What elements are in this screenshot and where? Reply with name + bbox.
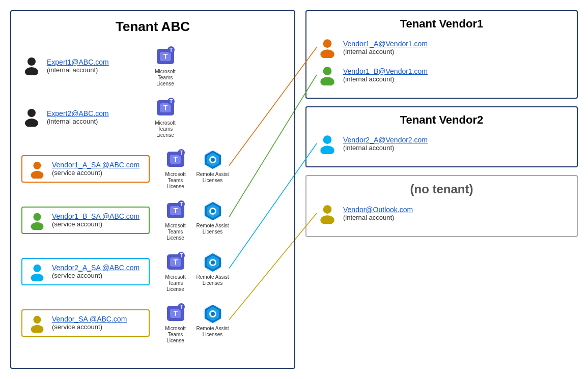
vendor2a-row: Vendor2_A@Vendor2.com (internal account) xyxy=(317,133,567,154)
vendor1b-sa-info: Vendor1_B_SA @ABC.com (service account) xyxy=(52,212,144,228)
svg-point-1 xyxy=(25,67,38,75)
svg-point-55 xyxy=(320,49,334,58)
vendor-sa-type: (service account) xyxy=(52,323,144,331)
expert2-teams-license: T T Microsoft Teams License xyxy=(149,96,182,138)
vendor1a-info: Vendor1_A@Vendor1.com (internal account) xyxy=(343,40,428,55)
svg-point-58 xyxy=(323,135,332,144)
vendor2a-remote-license: Remote Assist Licenses xyxy=(196,250,229,286)
expert1-licenses: T T Microsoft Teams License xyxy=(149,45,182,87)
expert2-info: Expert2@ABC.com (internal account) xyxy=(47,109,138,125)
svg-point-14 xyxy=(33,161,41,169)
vendor1a-remote-license: Remote Assist Licenses xyxy=(196,148,229,184)
expert1-email[interactable]: Expert1@ABC.com xyxy=(47,58,138,66)
expert1-info: Expert1@ABC.com (internal account) xyxy=(47,58,138,74)
vendor1b-icon xyxy=(317,64,338,85)
tenant-vendor1-title: Tenant Vendor1 xyxy=(317,17,567,31)
teams-license-label: Microsoft Teams License xyxy=(149,69,182,87)
vendor1a-row: Vendor1_A@Vendor1.com (internal account) xyxy=(317,37,567,58)
expert2-row: Expert2@ABC.com (internal account) T T M… xyxy=(21,96,284,138)
expert2-licenses: T T Microsoft Teams License xyxy=(149,96,182,138)
svg-text:T: T xyxy=(163,104,167,112)
svg-point-60 xyxy=(323,205,332,214)
svg-point-59 xyxy=(320,145,334,154)
svg-point-45 xyxy=(31,325,44,332)
vendor1b-sa-row: Vendor1_B_SA @ABC.com (service account) … xyxy=(21,199,284,241)
vendor2a-sa-box: Vendor2_A_SA @ABC.com (service account) xyxy=(21,258,150,285)
svg-text:T: T xyxy=(163,52,167,61)
no-tenant-panel: (no tenant) Vendor@Outlook.com (internal… xyxy=(305,175,578,237)
vendor2a-sa-type: (service account) xyxy=(52,272,144,279)
svg-text:T: T xyxy=(173,258,178,266)
svg-point-23 xyxy=(211,158,215,162)
svg-text:T: T xyxy=(173,155,178,163)
vendor1b-sa-box: Vendor1_B_SA @ABC.com (service account) xyxy=(21,207,150,234)
tenant-abc-title: Tenant ABC xyxy=(21,19,284,35)
vendor-outlook-email[interactable]: Vendor@Outlook.com xyxy=(343,206,413,214)
svg-text:T: T xyxy=(179,253,182,258)
vendor1a-sa-licenses: T T Microsoft Teams License xyxy=(159,148,229,190)
expert2-type: (internal account) xyxy=(47,118,138,125)
vendor-sa-row: Vendor_SA @ABC.com (service account) T T… xyxy=(21,302,284,344)
vendor2a-sa-licenses: T T Microsoft Teams License Remote Assi xyxy=(159,250,229,293)
vendor1b-sa-licenses: T T Microsoft Teams License Remote Assi xyxy=(159,199,229,241)
svg-text:T: T xyxy=(169,99,172,104)
svg-text:T: T xyxy=(173,309,178,317)
vendor2a-icon xyxy=(317,133,338,154)
vendor1a-sa-row: Vendor1_A_SA @ABC.com (service account) … xyxy=(21,148,284,190)
svg-text:T: T xyxy=(179,304,182,310)
vendor1b-sa-email[interactable]: Vendor1_B_SA @ABC.com xyxy=(52,212,144,220)
expert1-teams-license: T T Microsoft Teams License xyxy=(149,45,182,87)
svg-point-35 xyxy=(31,273,44,281)
expert1-icon xyxy=(21,55,42,77)
vendor1b-teams-license: T T Microsoft Teams License xyxy=(159,199,192,241)
vendor-sa-email[interactable]: Vendor_SA @ABC.com xyxy=(52,315,144,323)
svg-point-33 xyxy=(211,209,215,213)
svg-text:T: T xyxy=(179,150,182,156)
vendor2a-sa-row: Vendor2_A_SA @ABC.com (service account) … xyxy=(21,250,284,293)
svg-point-15 xyxy=(31,170,44,178)
tenant-abc-panel: Tenant ABC Expert1@ABC.com (internal acc… xyxy=(10,10,295,369)
vendor-sa-box: Vendor_SA @ABC.com (service account) xyxy=(21,309,150,337)
svg-point-56 xyxy=(323,67,332,75)
vendor1a-sa-email[interactable]: Vendor1_A_SA @ABC.com xyxy=(52,161,144,169)
vendor1a-icon xyxy=(317,37,338,58)
svg-point-53 xyxy=(211,312,215,316)
svg-point-7 xyxy=(27,109,36,117)
vendor2a-sa-email[interactable]: Vendor2_A_SA @ABC.com xyxy=(52,264,144,272)
expert1-row: Expert1@ABC.com (internal account) T T M… xyxy=(21,45,284,87)
vendor-sa-licenses: T T Microsoft Teams License Remote Assi xyxy=(159,302,229,344)
vendor2a-info: Vendor2_A@Vendor2.com (internal account) xyxy=(343,136,428,152)
svg-point-44 xyxy=(33,315,41,323)
expert2-email[interactable]: Expert2@ABC.com xyxy=(47,109,138,118)
svg-point-43 xyxy=(211,260,215,265)
vendor1a-sa-type: (service account) xyxy=(52,169,144,177)
vendor1b-info: Vendor1_B@Vendor1.com (internal account) xyxy=(343,67,428,83)
vendor2a-sa-info: Vendor2_A_SA @ABC.com (service account) xyxy=(52,264,144,279)
vendor2a-email[interactable]: Vendor2_A@Vendor2.com xyxy=(343,136,428,144)
vendor2a-type: (internal account) xyxy=(343,144,428,152)
teams-license-label2: Microsoft Teams License xyxy=(149,120,182,138)
expert2-icon xyxy=(21,106,42,129)
vendor-outlook-row: Vendor@Outlook.com (internal account) xyxy=(317,202,567,224)
tenant-vendor1-panel: Tenant Vendor1 Vendor1_A@Vendor1.com (in… xyxy=(305,10,578,99)
svg-text:T: T xyxy=(179,201,182,207)
svg-point-8 xyxy=(25,119,38,127)
vendor1a-email[interactable]: Vendor1_A@Vendor1.com xyxy=(343,40,428,48)
vendor1a-teams-license: T T Microsoft Teams License xyxy=(159,148,192,190)
vendor1b-row: Vendor1_B@Vendor1.com (internal account) xyxy=(317,64,567,85)
vendor1a-sa-box: Vendor1_A_SA @ABC.com (service account) xyxy=(21,155,150,183)
vendor-outlook-icon xyxy=(317,202,338,224)
tenant-vendor2-panel: Tenant Vendor2 Vendor2_A@Vendor2.com (in… xyxy=(305,106,578,167)
vendor1a-sa-info: Vendor1_A_SA @ABC.com (service account) xyxy=(52,161,144,177)
vendor-sa-remote-license: Remote Assist Licenses xyxy=(196,302,229,338)
vendor1b-email[interactable]: Vendor1_B@Vendor1.com xyxy=(343,67,428,75)
expert1-type: (internal account) xyxy=(47,66,138,74)
svg-text:T: T xyxy=(169,47,172,53)
tenant-vendor2-title: Tenant Vendor2 xyxy=(317,113,567,127)
vendor1b-remote-license: Remote Assist Licenses xyxy=(196,199,229,235)
svg-text:T: T xyxy=(173,207,178,215)
no-tenant-title: (no tenant) xyxy=(317,182,567,196)
right-panels: Tenant Vendor1 Vendor1_A@Vendor1.com (in… xyxy=(305,10,578,369)
vendor-sa-teams-license: T T Microsoft Teams License xyxy=(159,302,192,344)
svg-point-25 xyxy=(31,222,44,229)
